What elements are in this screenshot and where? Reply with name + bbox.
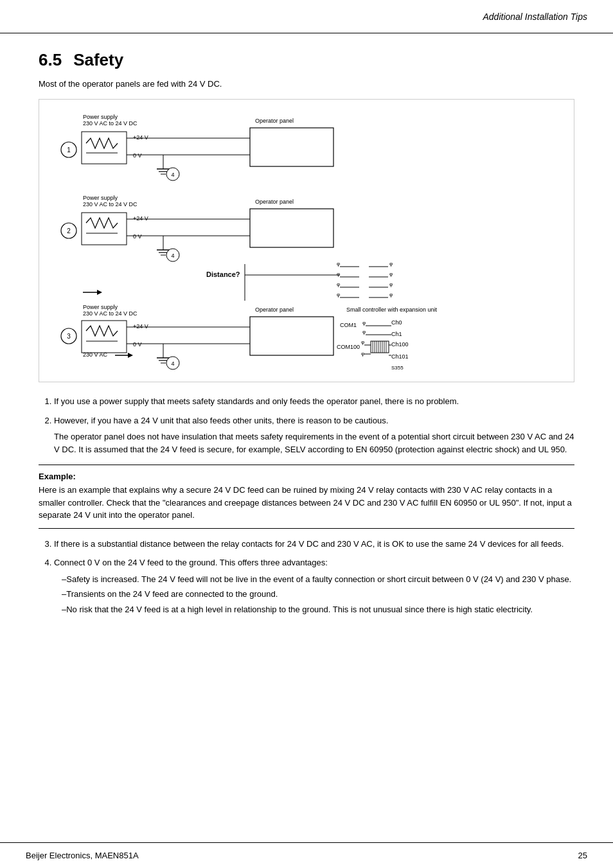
zero-v-2: 0 V xyxy=(133,233,142,240)
phi-r1-2: φ xyxy=(389,261,393,267)
example-box: Example: Here is an example that explain… xyxy=(39,465,574,529)
small-ctrl-label: Small controller with expansion unit xyxy=(346,306,438,313)
safety-diagram: Power supply 230 V AC to 24 V DC 1 +24 V… xyxy=(44,105,533,375)
phi-r1-6: φ xyxy=(389,281,393,287)
plus24v-2: +24 V xyxy=(133,215,148,222)
v230-label: 230 V AC xyxy=(83,351,108,358)
ch101-label: Ch101 xyxy=(391,353,409,360)
ps1-label: Power supply xyxy=(83,114,118,120)
op-panel-label-1: Operator panel xyxy=(255,118,294,124)
v230-arrow xyxy=(128,353,133,358)
phi-r1-1: φ xyxy=(337,261,340,267)
intro-text: Most of the operator panels are fed with… xyxy=(39,79,574,89)
example-label: Example: xyxy=(39,472,574,481)
phi-r1-3: φ xyxy=(337,271,340,277)
plus24v-3: +24 V xyxy=(133,323,148,330)
ps2-label: Power supply xyxy=(83,195,118,201)
phi-r1-4: φ xyxy=(389,271,393,277)
ps3-label2: 230 V AC to 24 V DC xyxy=(83,310,138,317)
phi-com100: φ xyxy=(361,339,364,345)
phi-r1-8: φ xyxy=(389,292,393,297)
circle-4c-text: 4 xyxy=(171,360,174,367)
arrow-head xyxy=(97,290,102,295)
section-number: 6.5 xyxy=(39,50,62,69)
sub-bullets: –Safety is increased. The 24 V feed will… xyxy=(62,573,574,616)
distance-label: Distance? xyxy=(206,270,240,278)
zero-v-3: 0 V xyxy=(133,341,142,348)
ps3-label: Power supply xyxy=(83,304,118,310)
op-panel-label-3: Operator panel xyxy=(255,306,294,313)
plus24v-1: +24 V xyxy=(133,134,148,141)
ps1-label2: 230 V AC to 24 V DC xyxy=(83,120,138,127)
main-content: 6.5Safety Most of the operator panels ar… xyxy=(39,33,574,842)
sub-bullet-1: –Safety is increased. The 24 V feed will… xyxy=(62,573,574,586)
circle-3-text: 3 xyxy=(67,333,71,340)
zero-v-1: 0 V xyxy=(133,152,142,159)
s355-label: S355 xyxy=(391,365,404,371)
section-heading: 6.5Safety xyxy=(39,50,574,70)
circle-1-text: 1 xyxy=(67,146,71,154)
ch100-label: Ch100 xyxy=(391,341,409,348)
list-item-4: Connect 0 V on the 24 V feed to the grou… xyxy=(54,556,574,616)
phi-r1-7: φ xyxy=(337,292,340,297)
circle-4b-text: 4 xyxy=(171,252,174,259)
op-panel-1 xyxy=(250,128,333,166)
ch0-label: Ch0 xyxy=(391,319,402,326)
circle-4a-text: 4 xyxy=(171,172,174,178)
op-panel-label-2: Operator panel xyxy=(255,199,294,205)
op-panel-2 xyxy=(250,209,333,247)
section-title: Safety xyxy=(73,50,123,69)
circle-2-text: 2 xyxy=(67,227,71,235)
footer-left: Beijer Electronics, MAEN851A xyxy=(26,851,139,860)
phi-r1-5: φ xyxy=(337,281,340,287)
footer-right: 25 xyxy=(578,851,587,860)
list-item-2-sub: The operator panel does not have insulat… xyxy=(54,430,574,456)
phi-com100b: φ xyxy=(361,351,364,357)
list-item-1: If you use a power supply that meets saf… xyxy=(54,395,574,408)
main-list: If you use a power supply that meets saf… xyxy=(54,395,574,456)
com100-label: COM100 xyxy=(337,344,360,350)
list-item-3: If there is a substantial distance betwe… xyxy=(54,538,574,551)
page-footer: Beijer Electronics, MAEN851A 25 xyxy=(0,842,613,868)
header-title: Additional Installation Tips xyxy=(483,12,587,22)
com1-label: COM1 xyxy=(340,322,357,328)
list-item-2: However, if you have a 24 V unit that al… xyxy=(54,414,574,456)
phi-ch1: φ xyxy=(362,329,366,335)
op-panel-3 xyxy=(250,317,333,355)
sub-bullet-3: –No risk that the 24 V feed is at a high… xyxy=(62,603,574,616)
ch1-label: Ch1 xyxy=(391,331,402,337)
ps2-label2: 230 V AC to 24 V DC xyxy=(83,201,138,208)
sub-bullet-2: –Transients on the 24 V feed are connect… xyxy=(62,588,574,601)
example-text: Here is an example that explains why a s… xyxy=(39,484,574,522)
phi-com1: φ xyxy=(362,320,366,326)
page-header: Additional Installation Tips xyxy=(0,0,613,33)
diagram-container: Power supply 230 V AC to 24 V DC 1 +24 V… xyxy=(39,99,574,382)
main-list-2: If there is a substantial distance betwe… xyxy=(54,538,574,616)
